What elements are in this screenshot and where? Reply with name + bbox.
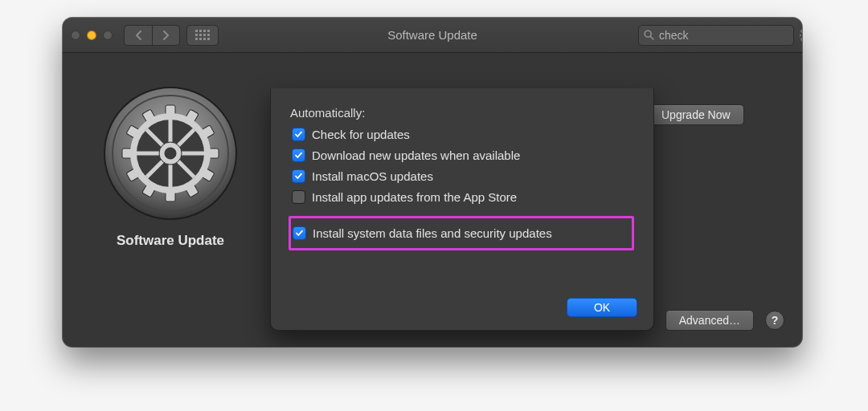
close-window-button[interactable] xyxy=(71,31,80,40)
checkbox[interactable] xyxy=(292,190,305,204)
sheet-heading: Automatically: xyxy=(290,106,634,120)
preferences-window: Software Update xyxy=(63,18,802,347)
check-icon xyxy=(295,229,304,238)
advanced-sheet: Automatically: Check for updates Downloa… xyxy=(270,88,654,331)
checkbox[interactable] xyxy=(292,149,305,162)
option-install-system-data[interactable]: Install system data files and security u… xyxy=(293,226,620,240)
search-icon xyxy=(644,30,654,40)
upgrade-now-button[interactable]: Upgrade Now xyxy=(648,104,744,125)
window-controls xyxy=(71,31,113,40)
footer-actions: Advanced… ? xyxy=(665,310,784,331)
panel-label: Software Update xyxy=(82,233,259,249)
svg-line-1 xyxy=(650,36,653,39)
option-label: Install system data files and security u… xyxy=(313,226,552,240)
titlebar: Software Update xyxy=(63,18,802,53)
checkbox[interactable] xyxy=(292,128,305,141)
checkbox[interactable] xyxy=(292,169,305,183)
advanced-button[interactable]: Advanced… xyxy=(665,310,754,331)
option-label: Check for updates xyxy=(312,128,410,141)
gear-icon xyxy=(102,85,239,222)
option-check-for-updates[interactable]: Check for updates xyxy=(292,128,634,141)
option-label: Install app updates from the App Store xyxy=(312,190,517,204)
option-install-app-updates[interactable]: Install app updates from the App Store xyxy=(292,190,634,204)
search-field[interactable] xyxy=(638,25,794,46)
checkbox[interactable] xyxy=(293,226,306,240)
search-input[interactable] xyxy=(659,29,800,42)
help-button[interactable]: ? xyxy=(765,311,784,330)
chevron-right-icon xyxy=(162,31,170,40)
options-list: Check for updates Download new updates w… xyxy=(292,128,634,250)
chevron-left-icon xyxy=(135,31,142,40)
option-install-macos-updates[interactable]: Install macOS updates xyxy=(292,169,634,183)
panel-body: Software Update Upgrade Now Advanced… ? … xyxy=(63,53,802,347)
forward-button[interactable] xyxy=(152,26,179,45)
sheet-footer: OK xyxy=(567,298,637,317)
check-icon xyxy=(294,151,303,160)
ok-button[interactable]: OK xyxy=(567,298,637,317)
close-icon xyxy=(800,32,802,39)
show-all-button[interactable] xyxy=(186,25,219,46)
clear-search-button[interactable] xyxy=(800,29,802,42)
panel-icon-section: Software Update xyxy=(82,85,259,249)
annotation-highlight: Install system data files and security u… xyxy=(289,216,634,250)
grid-icon xyxy=(195,30,210,40)
option-label: Install macOS updates xyxy=(312,169,433,183)
side-actions: Upgrade Now xyxy=(648,104,784,125)
minimize-window-button[interactable] xyxy=(87,31,96,40)
check-icon xyxy=(294,172,303,181)
check-icon xyxy=(294,130,303,139)
nav-segment xyxy=(124,25,180,46)
option-label: Download new updates when available xyxy=(312,149,520,162)
zoom-window-button[interactable] xyxy=(103,31,113,40)
back-button[interactable] xyxy=(125,26,152,45)
option-download-new-updates[interactable]: Download new updates when available xyxy=(292,149,634,162)
svg-point-27 xyxy=(165,148,176,159)
